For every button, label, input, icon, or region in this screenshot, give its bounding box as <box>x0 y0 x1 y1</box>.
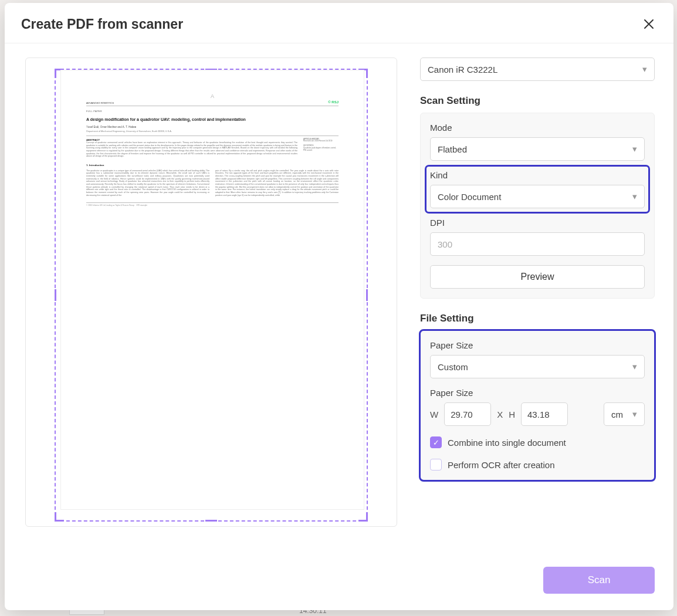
paper-width-value: 29.70 <box>451 409 473 419</box>
combine-label: Combine into single document <box>448 438 566 448</box>
unit-value: cm <box>611 409 623 419</box>
doc-journal: ADVANCED ROBOTICS <box>86 101 114 105</box>
chevron-down-icon: ▾ <box>632 361 637 372</box>
mode-label: Mode <box>430 123 645 133</box>
crop-handle-bottom[interactable] <box>205 520 217 522</box>
dialog-footer: Scan <box>5 556 673 610</box>
preview-button-label: Preview <box>521 272 554 282</box>
scan-setting-panel: Mode Flatbed ▾ Kind Color Document ▾ DPI <box>420 113 655 299</box>
kind-select[interactable]: Color Document ▾ <box>430 185 645 208</box>
kind-select-value: Color Document <box>438 192 501 202</box>
chevron-down-icon: ▾ <box>642 64 647 75</box>
width-prefix: W <box>430 409 438 419</box>
kind-label: Kind <box>430 170 645 180</box>
chevron-down-icon: ▾ <box>632 144 637 154</box>
scanned-document-preview: A ADVANCED ROBOTICS © RSJ FULL PAPER A d… <box>60 70 364 510</box>
doc-footer: © 2019 Informa UK Ltd, trading as Taylor… <box>86 202 338 207</box>
file-setting-panel: Paper Size Custom ▾ Paper Size W 29.70 X <box>420 330 655 480</box>
paper-height-value: 43.18 <box>527 409 550 419</box>
crop-marquee[interactable]: A ADVANCED ROBOTICS © RSJ FULL PAPER A d… <box>55 69 368 522</box>
check-icon: ✓ <box>433 438 439 447</box>
crop-handle-bl[interactable] <box>55 512 64 522</box>
chevron-down-icon: ▾ <box>632 409 637 419</box>
preview-button[interactable]: Preview <box>430 265 645 289</box>
scan-button[interactable]: Scan <box>543 567 655 594</box>
scan-setting-title: Scan Setting <box>420 95 655 107</box>
mode-select[interactable]: Flatbed ▾ <box>430 137 645 161</box>
paper-size-select[interactable]: Custom ▾ <box>430 355 645 378</box>
ocr-label: Perform OCR after creation <box>448 460 555 470</box>
preview-pane: A ADVANCED ROBOTICS © RSJ FULL PAPER A d… <box>25 57 397 527</box>
crop-handle-right[interactable] <box>366 289 368 301</box>
create-pdf-from-scanner-dialog: Create PDF from scanner <box>5 3 673 610</box>
combine-checkbox-row[interactable]: ✓ Combine into single document <box>430 436 645 448</box>
dialog-body: A ADVANCED ROBOTICS © RSJ FULL PAPER A d… <box>5 43 673 556</box>
doc-tag: FULL PAPER <box>86 110 338 113</box>
crop-handle-left[interactable] <box>55 289 56 301</box>
file-setting-title: File Setting <box>420 313 655 324</box>
ocr-checkbox[interactable] <box>430 459 442 471</box>
doc-abstract-text: Concept of quadrotor unmanned aerial veh… <box>86 141 297 158</box>
combine-checkbox[interactable]: ✓ <box>430 436 442 448</box>
close-button[interactable] <box>641 16 657 32</box>
ocr-checkbox-row[interactable]: Perform OCR after creation <box>430 459 645 471</box>
settings-column: Canon iR C3222L ▾ Scan Setting Mode Flat… <box>399 57 655 556</box>
paper-size-select-value: Custom <box>438 362 468 372</box>
close-icon <box>644 19 654 29</box>
dpi-input[interactable]: 300 <box>430 232 645 256</box>
height-prefix: H <box>509 409 515 419</box>
paper-width-input[interactable]: 29.70 <box>444 402 491 426</box>
doc-title: A design modification for a quadrotor UA… <box>86 117 338 122</box>
dpi-label: DPI <box>430 218 645 228</box>
paper-size-label: Paper Size <box>430 340 645 350</box>
doc-affiliation: Department of Mechanical Engineering, Un… <box>86 130 338 133</box>
crop-handle-br[interactable] <box>358 512 368 522</box>
paper-size-row: W 29.70 X H 43.18 cm ▾ <box>430 402 645 426</box>
dpi-value: 300 <box>438 239 452 249</box>
doc-authors: Yusef Esdi, Omar Mechez and A. T. Habee <box>86 126 338 129</box>
kind-field-highlight: Kind Color Document ▾ <box>426 167 648 212</box>
scan-button-label: Scan <box>588 574 611 585</box>
dialog-header: Create PDF from scanner <box>5 3 673 43</box>
chevron-down-icon: ▾ <box>632 191 637 202</box>
preview-column: A ADVANCED ROBOTICS © RSJ FULL PAPER A d… <box>23 57 399 556</box>
scanner-select[interactable]: Canon iR C3222L ▾ <box>420 57 655 81</box>
mode-select-value: Flatbed <box>438 144 467 154</box>
paper-height-input[interactable]: 43.18 <box>521 402 568 426</box>
unit-select[interactable]: cm ▾ <box>604 402 645 426</box>
doc-section-1: 1. Introduction <box>86 164 338 167</box>
x-separator: X <box>497 409 503 419</box>
doc-logo: © RSJ <box>328 100 338 105</box>
scanner-select-value: Canon iR C3222L <box>428 65 497 75</box>
paper-size-dim-label: Paper Size <box>430 388 645 398</box>
dialog-title: Create PDF from scanner <box>21 16 183 32</box>
